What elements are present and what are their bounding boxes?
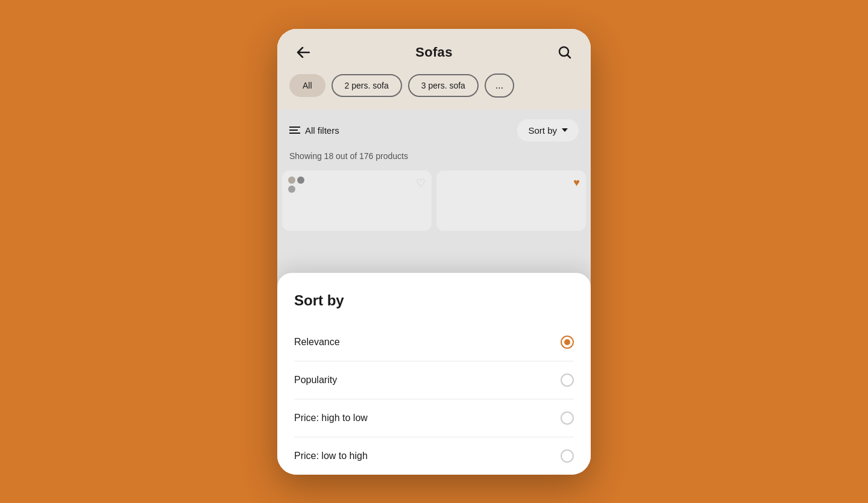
wishlist-icon[interactable]: ♡ xyxy=(416,177,426,190)
product-card: ♥ xyxy=(436,170,586,231)
wishlist-icon[interactable]: ♥ xyxy=(573,177,580,189)
radio-button-relevance[interactable] xyxy=(561,336,574,349)
all-filters-button[interactable]: All filters xyxy=(289,125,339,136)
pill-all[interactable]: All xyxy=(289,74,326,97)
color-dot xyxy=(288,186,295,193)
phone-container: Sofas All 2 pers. sofa 3 pers. sofa ... … xyxy=(277,29,591,475)
radio-button-popularity[interactable] xyxy=(561,373,574,387)
sort-option-label: Relevance xyxy=(294,337,340,348)
sort-option-relevance[interactable]: Relevance xyxy=(294,323,574,361)
product-card: ♡ xyxy=(282,170,432,231)
filter-pills: All 2 pers. sofa 3 pers. sofa ... xyxy=(277,73,591,110)
radio-inner-relevance xyxy=(564,339,570,345)
sort-modal: Sort by Relevance Popularity Price: high… xyxy=(277,273,591,475)
pill-more[interactable]: ... xyxy=(485,73,514,98)
pill-2pers[interactable]: 2 pers. sofa xyxy=(332,74,402,97)
filter-icon xyxy=(289,127,300,134)
chevron-down-icon xyxy=(562,128,568,132)
back-button[interactable] xyxy=(294,45,312,60)
sort-option-label: Popularity xyxy=(294,375,337,386)
color-dot xyxy=(288,177,295,184)
page-title: Sofas xyxy=(415,45,452,60)
sort-option-popularity[interactable]: Popularity xyxy=(294,361,574,399)
toolbar: All filters Sort by xyxy=(277,110,591,151)
sort-by-label: Sort by xyxy=(528,125,557,136)
content-area: All filters Sort by Showing 18 out of 17… xyxy=(277,110,591,475)
header: Sofas xyxy=(277,29,591,73)
all-filters-label: All filters xyxy=(305,125,339,136)
sort-option-label: Price: high to low xyxy=(294,413,368,423)
search-button[interactable] xyxy=(556,43,574,61)
radio-button-price-low-high[interactable] xyxy=(561,449,574,463)
color-dot xyxy=(297,177,304,184)
products-count: Showing 18 out of 176 products xyxy=(277,151,591,170)
sort-modal-title: Sort by xyxy=(294,292,574,309)
sort-by-button[interactable]: Sort by xyxy=(517,119,579,142)
sort-option-price-low-high[interactable]: Price: low to high xyxy=(294,437,574,475)
sort-option-price-high-low[interactable]: Price: high to low xyxy=(294,399,574,437)
sort-option-label: Price: low to high xyxy=(294,451,368,461)
product-color-swatches xyxy=(288,177,310,193)
pill-3pers[interactable]: 3 pers. sofa xyxy=(408,74,479,97)
radio-button-price-high-low[interactable] xyxy=(561,411,574,425)
